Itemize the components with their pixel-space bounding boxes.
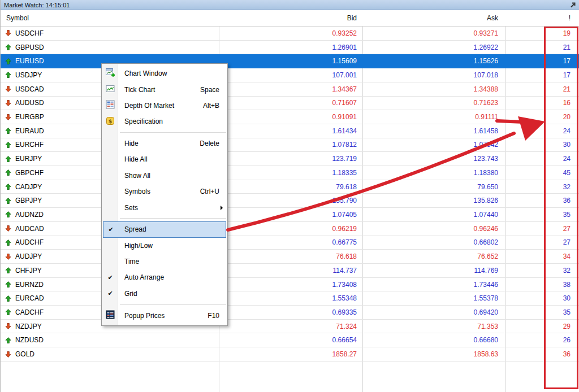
- menu-item-sets[interactable]: Sets: [102, 199, 227, 215]
- menu-item-spread[interactable]: ✔Spread: [103, 221, 226, 237]
- spread-value: 21: [505, 41, 579, 54]
- bid-value: 0.93252: [219, 27, 362, 40]
- table-row-usdchf[interactable]: USDCHF0.932520.9327119: [1, 27, 579, 41]
- symbol-label: NZDUSD: [15, 336, 44, 344]
- menu-icon-gutter: [102, 310, 119, 321]
- table-row-usdcad[interactable]: USDCAD1.343671.3438821: [1, 82, 579, 97]
- trend-up-icon: [5, 142, 11, 148]
- bid-value: 135.790: [219, 194, 362, 207]
- ask-value: 123.743: [362, 152, 505, 165]
- table-row-nzdjpy[interactable]: NZDJPY71.32471.35329: [1, 320, 579, 334]
- table-row-gbpchf[interactable]: GBPCHF1.183351.1838045: [1, 166, 579, 180]
- table-row-gbpjpy[interactable]: GBPJPY135.790135.82636: [1, 194, 579, 208]
- table-row-euraud[interactable]: EURAUD1.614341.6145824: [1, 124, 579, 138]
- spread-value: 35: [505, 208, 579, 221]
- table-row-audchf[interactable]: AUDCHF0.667750.6680227: [1, 236, 579, 250]
- ask-value: 114.769: [362, 264, 505, 277]
- symbol-label: EURNZD: [15, 281, 44, 289]
- bid-value: 71.324: [219, 320, 362, 333]
- table-row-eurusd[interactable]: EURUSD1.156091.1562617: [1, 54, 579, 68]
- spread-value: 20: [505, 110, 579, 124]
- ask-value: 71.353: [362, 320, 505, 333]
- context-menu: Chart WindowTick ChartSpaceDepth Of Mark…: [101, 63, 228, 326]
- menu-item-chart-window[interactable]: Chart Window: [102, 66, 227, 81]
- trend-down-icon: [5, 114, 11, 120]
- ask-value: 0.66680: [362, 333, 505, 347]
- symbol-cell: GBPUSD: [1, 41, 219, 54]
- trend-up-icon: [5, 156, 11, 162]
- table-row-nzdusd[interactable]: NZDUSD0.666540.6668026: [1, 333, 579, 347]
- table-row-audusd[interactable]: AUDUSD0.716070.7162316: [1, 97, 579, 111]
- symbol-cell: GOLD: [1, 347, 219, 361]
- symbol-label: CADJPY: [15, 183, 42, 191]
- symbol-label: EURGBP: [15, 113, 44, 121]
- bid-value: 1.07812: [219, 138, 362, 152]
- table-row-eurgbp[interactable]: EURGBP0.910910.9111120: [1, 110, 579, 124]
- table-row-cadchf[interactable]: CADCHF0.693350.6942035: [1, 306, 579, 320]
- table-row-usdjpy[interactable]: USDJPY107.001107.01817: [1, 68, 579, 82]
- table-row-eurjpy[interactable]: EURJPY123.719123.74324: [1, 152, 579, 166]
- table-row-gbpusd[interactable]: GBPUSD1.269011.2692221: [1, 41, 579, 55]
- table-row-chfjpy[interactable]: CHFJPY114.737114.76932: [1, 264, 579, 278]
- chart-window-icon: [106, 68, 115, 79]
- menu-item-popup-prices[interactable]: Popup PricesF10: [102, 307, 227, 323]
- table-row-eurchf[interactable]: EURCHF1.078121.0784230: [1, 138, 579, 153]
- symbol-label: EURAUD: [15, 127, 44, 135]
- ask-value: 1858.63: [362, 347, 505, 361]
- table-row-eurnzd[interactable]: EURNZD1.734081.7344638: [1, 278, 579, 292]
- menu-item-label: Chart Window: [119, 69, 219, 77]
- trend-up-icon: [5, 239, 11, 246]
- column-header-ask[interactable]: Ask: [362, 10, 505, 26]
- menu-item-specification[interactable]: $Specification: [102, 114, 227, 129]
- symbol-label: USDJPY: [15, 71, 42, 79]
- menu-item-time[interactable]: Time: [102, 254, 227, 269]
- menu-item-hide[interactable]: HideDelete: [102, 136, 227, 151]
- menu-item-show-all[interactable]: Show All: [102, 168, 227, 184]
- ask-value: 0.96246: [362, 222, 505, 236]
- column-header-symbol[interactable]: Symbol: [1, 10, 219, 26]
- menu-icon-gutter: ✔: [102, 290, 119, 297]
- table-row-audcad[interactable]: AUDCAD0.962190.9624627: [1, 222, 579, 236]
- menu-icon-gutter: $: [102, 116, 119, 127]
- ask-value: 76.652: [362, 250, 505, 263]
- symbol-label: USDCAD: [15, 85, 44, 93]
- menu-item-hide-all[interactable]: Hide All: [102, 151, 227, 167]
- trend-down-icon: [5, 86, 11, 92]
- bid-value: 1.55348: [219, 291, 362, 305]
- menu-item-high-low[interactable]: High/Low: [102, 238, 227, 254]
- spread-value: 30: [505, 291, 579, 305]
- checkmark-icon: ✔: [107, 274, 113, 281]
- bid-value: 1.34367: [219, 82, 362, 96]
- symbol-label: GOLD: [15, 350, 34, 358]
- menu-item-label: Show All: [119, 172, 219, 180]
- menu-separator: [102, 216, 227, 221]
- submenu-arrow-icon: [221, 206, 223, 210]
- menu-item-auto-arrange[interactable]: ✔Auto Arrange: [102, 269, 227, 285]
- trend-down-icon: [5, 323, 11, 329]
- spread-value: 32: [505, 180, 579, 194]
- symbol-label: CHFJPY: [15, 267, 42, 275]
- table-row-audjpy[interactable]: AUDJPY76.61876.65234: [1, 250, 579, 264]
- spread-value: 36: [505, 347, 579, 361]
- menu-item-symbols[interactable]: SymbolsCtrl+U: [102, 184, 227, 199]
- spread-value: 36: [505, 194, 579, 207]
- menu-separator: [102, 302, 227, 307]
- column-header-bid[interactable]: Bid: [219, 10, 362, 26]
- menu-item-tick-chart[interactable]: Tick ChartSpace: [102, 81, 227, 97]
- menu-item-depth-of-market[interactable]: Depth Of MarketAlt+B: [102, 98, 227, 114]
- titlebar[interactable]: Market Watch: 14:15:01: [1, 0, 579, 10]
- table-row-eurcad[interactable]: EURCAD1.553481.5537830: [1, 291, 579, 306]
- table-row-gold[interactable]: GOLD1858.271858.6336: [1, 347, 579, 361]
- table-row-audnzd[interactable]: AUDNZD1.074051.0744035: [1, 208, 579, 222]
- popout-icon[interactable]: [569, 2, 576, 8]
- trend-up-icon: [5, 72, 11, 78]
- menu-icon-gutter: [102, 68, 119, 79]
- column-header-spread[interactable]: !: [505, 10, 579, 26]
- table-header: Symbol Bid Ask !: [1, 10, 579, 27]
- market-watch-window: Market Watch: 14:15:01 Symbol Bid Ask ! …: [0, 0, 579, 392]
- menu-item-grid[interactable]: ✔Grid: [102, 286, 227, 302]
- bid-value: 79.618: [219, 180, 362, 194]
- spread-value: 17: [505, 68, 579, 82]
- menu-item-shortcut: Ctrl+U: [200, 188, 227, 195]
- table-row-cadjpy[interactable]: CADJPY79.61879.65032: [1, 180, 579, 194]
